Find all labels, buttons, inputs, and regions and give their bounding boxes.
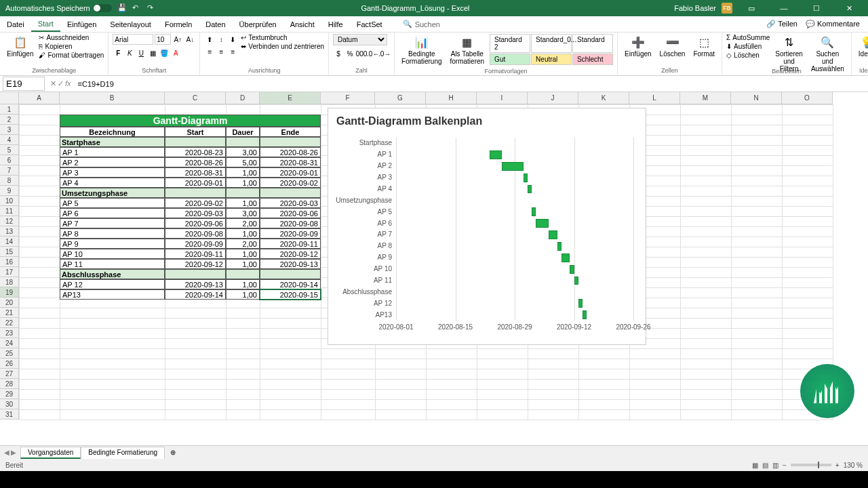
column-header-O[interactable]: O	[782, 92, 833, 104]
cell-style-standard[interactable]: Standard	[572, 34, 613, 53]
merge-button[interactable]: ⬌Verbinden und zentrieren	[241, 43, 324, 50]
redo-icon[interactable]: ↷	[147, 3, 157, 13]
row-header-9[interactable]: 9	[0, 186, 19, 196]
sheet-tab-1[interactable]: Bedingte Formatierung	[81, 447, 165, 459]
table-cell-start-9[interactable]: 2020-09-08	[165, 228, 226, 239]
table-phase-d-13[interactable]	[226, 269, 260, 279]
ideas-button[interactable]: 💡Ideen	[856, 34, 868, 59]
increase-decimal-icon[interactable]: .0←	[368, 48, 378, 59]
row-header-11[interactable]: 11	[0, 206, 19, 216]
table-cell-ende-4[interactable]: 2020-09-02	[260, 178, 321, 188]
user-name[interactable]: Fabio Basler	[674, 4, 716, 12]
table-cell-label-12[interactable]: AP 11	[60, 259, 165, 269]
wrap-text-button[interactable]: ↩Textumbruch	[241, 34, 324, 41]
table-cell-ende-2[interactable]: 2020-08-31	[260, 157, 321, 167]
cut-button[interactable]: ✂Ausschneiden	[39, 34, 104, 41]
table-cell-start-8[interactable]: 2020-09-06	[165, 218, 226, 228]
table-cell-dauer-7[interactable]: 3,00	[226, 208, 260, 218]
table-cell-ende-15[interactable]: 2020-09-15	[260, 289, 321, 300]
table-cell-start-7[interactable]: 2020-09-03	[165, 208, 226, 218]
menu-tab-einfügen[interactable]: Einfügen	[60, 18, 103, 31]
table-cell-label-7[interactable]: AP 6	[60, 208, 165, 218]
fill-color-button[interactable]: 🪣	[159, 47, 170, 58]
save-icon[interactable]: 💾	[117, 3, 127, 13]
close-icon[interactable]: ✕	[835, 0, 863, 16]
table-cell-label-2[interactable]: AP 2	[60, 157, 165, 167]
row-header-24[interactable]: 24	[0, 338, 19, 348]
cell-style-schlecht[interactable]: Schlecht	[572, 54, 613, 65]
table-cell-label-14[interactable]: AP 12	[60, 279, 165, 289]
font-color-button[interactable]: A	[170, 47, 181, 58]
column-header-F[interactable]: F	[321, 92, 375, 104]
undo-icon[interactable]: ↶	[132, 3, 142, 13]
table-cell-label-8[interactable]: AP 7	[60, 218, 165, 228]
number-format-select[interactable]: Datum	[333, 34, 387, 45]
table-phase-e-5[interactable]	[260, 188, 321, 198]
increase-font-icon[interactable]: A↑	[172, 34, 183, 45]
align-right-icon[interactable]: ≡	[227, 46, 238, 57]
row-header-30[interactable]: 30	[0, 399, 19, 409]
autosum-button[interactable]: ΣAutoSumme	[726, 34, 770, 41]
ribbon-mode-icon[interactable]: ▭	[738, 0, 765, 16]
row-header-26[interactable]: 26	[0, 359, 19, 369]
autosave-toggle[interactable]: Automatisches Speichern	[5, 4, 112, 12]
column-header-M[interactable]: M	[680, 92, 731, 104]
table-cell-label-1[interactable]: AP 1	[60, 147, 165, 157]
copy-button[interactable]: ⎘Kopieren	[39, 43, 104, 50]
table-cell-start-14[interactable]: 2020-09-13	[165, 279, 226, 289]
row-header-27[interactable]: 27	[0, 369, 19, 379]
bold-button[interactable]: F	[113, 47, 123, 58]
column-header-N[interactable]: N	[731, 92, 782, 104]
table-cell-ende-9[interactable]: 2020-09-09	[260, 228, 321, 239]
table-cell-dauer-3[interactable]: 1,00	[226, 167, 260, 178]
menu-tab-start[interactable]: Start	[31, 17, 60, 32]
column-header-C[interactable]: C	[165, 92, 226, 104]
cell-style-neutral[interactable]: Neutral	[531, 54, 572, 65]
table-phase-d-5[interactable]	[226, 188, 260, 198]
row-header-18[interactable]: 18	[0, 277, 19, 287]
zoom-out-icon[interactable]: −	[783, 462, 787, 469]
menu-tab-daten[interactable]: Daten	[199, 18, 232, 31]
table-cell-ende-12[interactable]: 2020-09-13	[260, 259, 321, 269]
border-button[interactable]: ▦	[147, 47, 158, 58]
table-cell-ende-10[interactable]: 2020-09-11	[260, 239, 321, 249]
align-bottom-icon[interactable]: ⬇	[227, 34, 238, 45]
table-phase-13[interactable]: Abschlussphase	[60, 269, 165, 279]
menu-tab-hilfe[interactable]: Hilfe	[321, 18, 350, 31]
sheet-tab-0[interactable]: Vorgangsdaten	[20, 447, 81, 459]
table-cell-label-10[interactable]: AP 9	[60, 239, 165, 249]
format-cells-button[interactable]: ⬚Format	[690, 34, 717, 59]
select-all-corner[interactable]	[0, 92, 19, 104]
row-header-16[interactable]: 16	[0, 257, 19, 267]
menu-tab-überprüfen[interactable]: Überprüfen	[233, 18, 283, 31]
column-header-B[interactable]: B	[60, 92, 165, 104]
row-header-5[interactable]: 5	[0, 145, 19, 155]
table-header-bezeichnung[interactable]: Bezeichnung	[60, 127, 165, 137]
user-avatar[interactable]: FB	[722, 3, 732, 14]
row-header-15[interactable]: 15	[0, 247, 19, 257]
align-center-icon[interactable]: ≡	[216, 46, 226, 57]
column-header-I[interactable]: I	[477, 92, 528, 104]
column-header-D[interactable]: D	[226, 92, 260, 104]
table-cell-start-4[interactable]: 2020-09-01	[165, 178, 226, 188]
row-header-28[interactable]: 28	[0, 379, 19, 389]
table-cell-label-4[interactable]: AP 4	[60, 178, 165, 188]
table-cell-ende-1[interactable]: 2020-08-26	[260, 147, 321, 157]
table-cell-start-15[interactable]: 2020-09-14	[165, 289, 226, 300]
spreadsheet-grid[interactable]: ABCDEFGHIJKLMNO 123456789101112131415161…	[0, 92, 868, 445]
table-header-start[interactable]: Start	[165, 127, 226, 137]
align-middle-icon[interactable]: ↕	[216, 34, 226, 45]
row-header-6[interactable]: 6	[0, 155, 19, 165]
table-cell-dauer-12[interactable]: 1,00	[226, 259, 260, 269]
table-cell-ende-6[interactable]: 2020-09-03	[260, 198, 321, 208]
row-header-8[interactable]: 8	[0, 176, 19, 186]
zoom-slider[interactable]	[791, 464, 831, 466]
row-header-21[interactable]: 21	[0, 308, 19, 318]
maximize-icon[interactable]: ☐	[803, 0, 830, 16]
comma-icon[interactable]: 000	[356, 48, 367, 59]
table-cell-start-6[interactable]: 2020-09-02	[165, 198, 226, 208]
column-header-J[interactable]: J	[528, 92, 578, 104]
paste-button[interactable]: 📋Einfügen	[4, 34, 36, 59]
table-phase-0[interactable]: Startphase	[60, 137, 165, 147]
search-box[interactable]: 🔍 Suchen	[403, 20, 440, 28]
